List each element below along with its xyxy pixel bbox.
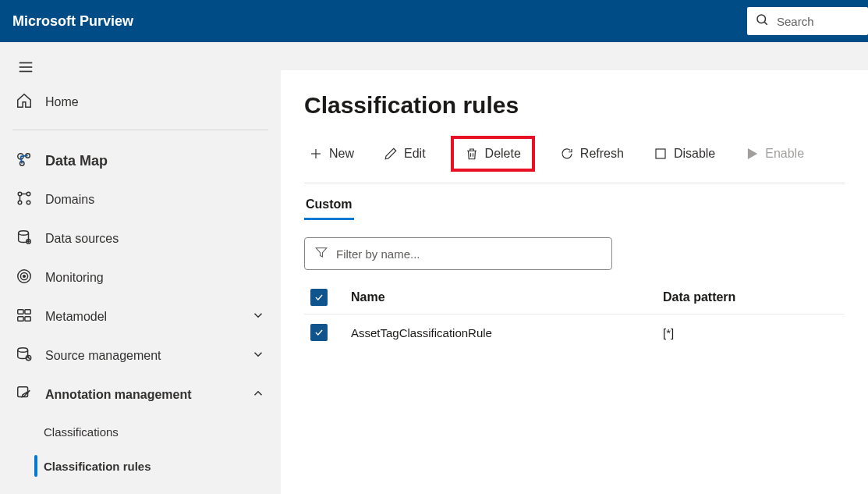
chevron-down-icon <box>251 347 265 364</box>
svg-rect-26 <box>25 317 30 322</box>
row-data-pattern-cell: [*] <box>657 315 845 351</box>
nav-monitoring[interactable]: Monitoring <box>0 258 281 297</box>
metamodel-icon <box>16 307 33 327</box>
row-checkbox[interactable] <box>310 324 328 341</box>
nav-annotation-management[interactable]: Annotation management <box>0 375 281 414</box>
delete-highlight: Delete <box>451 136 535 172</box>
nav-metamodel[interactable]: Metamodel <box>0 297 281 336</box>
svg-rect-24 <box>25 310 30 315</box>
search-input[interactable] <box>777 15 860 28</box>
new-button-label: New <box>329 147 354 161</box>
nav-domains[interactable]: Domains <box>0 180 281 219</box>
svg-line-1 <box>764 22 767 24</box>
nav-data-sources-label: Data sources <box>45 232 119 246</box>
data-sources-icon <box>16 229 33 249</box>
app-title: Microsoft Purview <box>12 13 133 30</box>
edit-button[interactable]: Edit <box>379 142 430 165</box>
domains-icon <box>16 190 33 210</box>
toolbar: New Edit Delete Refresh Disable <box>304 136 845 183</box>
nav-home[interactable]: Home <box>0 83 281 122</box>
search-icon <box>755 12 769 30</box>
refresh-button[interactable]: Refresh <box>555 142 629 165</box>
nav-domains-label: Domains <box>45 193 94 207</box>
source-management-icon <box>16 346 33 366</box>
top-bar: Microsoft Purview <box>0 0 868 42</box>
svg-marker-33 <box>749 149 757 158</box>
nav-section-label: Data Map <box>45 153 108 169</box>
hamburger-button[interactable] <box>17 56 281 78</box>
nav-monitoring-label: Monitoring <box>45 271 104 285</box>
svg-point-13 <box>27 201 30 204</box>
subnav-classifications-label: Classifications <box>44 425 119 439</box>
svg-point-11 <box>27 192 30 196</box>
filter-box[interactable] <box>304 237 612 270</box>
svg-point-16 <box>19 231 29 236</box>
chevron-down-icon <box>251 308 265 325</box>
disable-button[interactable]: Disable <box>649 142 720 165</box>
refresh-button-label: Refresh <box>580 147 624 161</box>
svg-rect-32 <box>656 149 665 158</box>
monitoring-icon <box>16 268 33 288</box>
nav-source-management-label: Source management <box>45 349 161 363</box>
delete-button[interactable]: Delete <box>460 142 526 165</box>
delete-button-label: Delete <box>485 147 521 161</box>
subnav-classifications[interactable]: Classifications <box>44 414 281 449</box>
select-all-checkbox[interactable] <box>310 289 328 306</box>
svg-line-8 <box>20 155 27 156</box>
nav-data-sources[interactable]: Data sources <box>0 219 281 258</box>
column-name-header[interactable]: Name <box>345 281 657 315</box>
chevron-up-icon <box>251 386 265 403</box>
filter-icon <box>314 245 328 262</box>
nav-section-data-map[interactable]: Data Map <box>0 141 281 180</box>
nav-home-label: Home <box>45 95 79 109</box>
subnav-classification-rules[interactable]: Classification rules <box>44 449 281 483</box>
svg-marker-34 <box>316 248 327 257</box>
nav-metamodel-label: Metamodel <box>45 310 107 324</box>
data-map-icon <box>16 151 33 171</box>
svg-point-12 <box>18 201 22 204</box>
enable-button-label: Enable <box>765 147 804 161</box>
new-button[interactable]: New <box>304 142 359 165</box>
filter-input[interactable] <box>336 247 602 261</box>
column-data-pattern-header[interactable]: Data pattern <box>657 281 845 315</box>
svg-point-27 <box>18 348 28 353</box>
svg-point-10 <box>18 192 22 196</box>
disable-button-label: Disable <box>674 147 715 161</box>
page-title: Classification rules <box>304 92 845 119</box>
subnav-classification-rules-label: Classification rules <box>44 460 151 473</box>
tab-custom[interactable]: Custom <box>304 197 354 220</box>
search-box[interactable] <box>747 7 868 35</box>
table-row[interactable]: AssetTagClassificationRule [*] <box>304 315 845 351</box>
sidebar: Home Data Map Domains <box>0 42 281 494</box>
row-name-cell: AssetTagClassificationRule <box>345 315 657 351</box>
annotation-management-icon <box>16 385 33 405</box>
enable-button: Enable <box>740 142 809 165</box>
edit-button-label: Edit <box>404 147 426 161</box>
home-icon <box>16 92 33 112</box>
svg-point-0 <box>757 15 766 23</box>
nav-annotation-management-label: Annotation management <box>45 388 192 402</box>
nav-source-management[interactable]: Source management <box>0 336 281 375</box>
divider <box>12 130 268 130</box>
svg-rect-25 <box>18 317 23 322</box>
svg-point-22 <box>23 275 26 278</box>
svg-rect-23 <box>18 310 23 315</box>
content-panel: Classification rules New Edit Delete Ref… <box>281 70 868 494</box>
rules-table: Name Data pattern AssetTagClassification… <box>304 281 845 350</box>
tabs: Custom <box>304 197 845 220</box>
